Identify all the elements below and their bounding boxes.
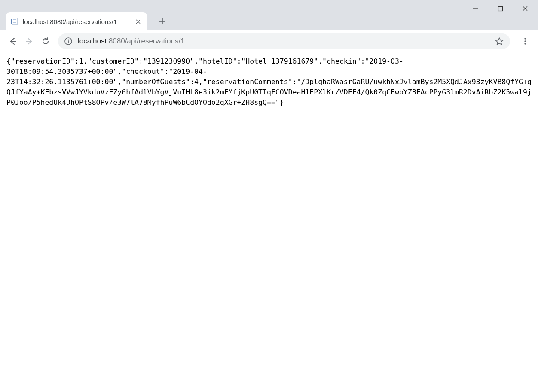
svg-point-19 (524, 40, 526, 42)
svg-point-20 (524, 43, 526, 44)
maximize-button[interactable] (488, 0, 513, 17)
toolbar: localhost:8080/api/reservations/1 (0, 30, 538, 52)
page-favicon (11, 18, 18, 25)
svg-point-18 (524, 38, 526, 39)
close-button[interactable] (513, 0, 538, 17)
site-info-icon[interactable] (64, 37, 73, 46)
menu-button[interactable] (517, 33, 533, 49)
address-bar[interactable]: localhost:8080/api/reservations/1 (58, 33, 510, 49)
svg-rect-4 (12, 18, 17, 25)
url-text: localhost:8080/api/reservations/1 (78, 37, 495, 46)
svg-rect-1 (498, 6, 502, 11)
url-host: localhost (78, 37, 107, 45)
svg-point-16 (68, 39, 69, 40)
new-tab-button[interactable] (155, 14, 170, 29)
tab-close-button[interactable] (134, 17, 142, 26)
page-content: {"reservationID":1,"customerID":"1391230… (0, 52, 538, 112)
tab-strip: localhost:8080/api/reservations/1 (0, 9, 170, 30)
window-controls (463, 0, 538, 17)
back-button[interactable] (5, 33, 21, 49)
forward-button[interactable] (21, 33, 37, 49)
svg-rect-8 (11, 19, 12, 24)
reload-button[interactable] (37, 33, 54, 49)
browser-tab[interactable]: localhost:8080/api/reservations/1 (6, 12, 147, 30)
minimize-button[interactable] (463, 0, 488, 17)
title-bar: localhost:8080/api/reservations/1 (0, 0, 538, 30)
url-path: :8080/api/reservations/1 (107, 37, 184, 45)
tab-title: localhost:8080/api/reservations/1 (23, 18, 132, 25)
bookmark-star-icon[interactable] (495, 36, 504, 46)
